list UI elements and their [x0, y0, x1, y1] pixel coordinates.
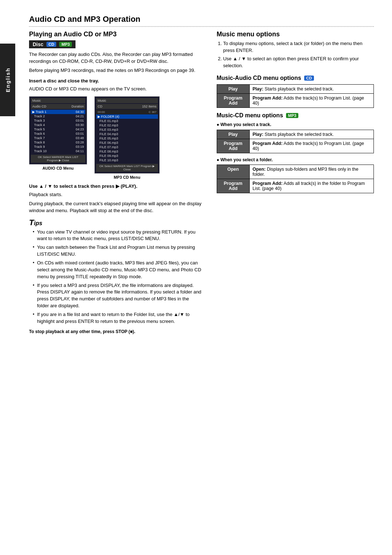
mp3-row-9: FILE 09.mp3	[96, 154, 158, 158]
tips-letter: T	[29, 218, 34, 227]
playback-note: During playback, the current track's ela…	[29, 200, 202, 214]
mp3-row-6: FILE 06.mp3	[96, 141, 158, 145]
folder-note: When you select a folder.	[217, 157, 374, 163]
mp3-folder-programadd-btn: Program Add	[217, 179, 249, 193]
tips-list: You can view TV channel or video input s…	[29, 229, 202, 325]
intro-p2: Before playing MP3 recordings, read the …	[29, 67, 202, 74]
mp3-row-10: FILE 10.mp3	[96, 158, 158, 162]
step-1: To display menu options, select a tack (…	[223, 40, 374, 54]
mp3-item-count: 152 Items	[142, 105, 156, 108]
audio-col2: Duration	[72, 105, 84, 108]
mp3-programadd-label: Program Add:	[253, 141, 283, 146]
mp3-play-text: Starts playback the selected track.	[265, 132, 334, 137]
audio-cd-label: AUDIO CD Menu	[29, 166, 87, 170]
mp3-play-btn: Play	[217, 130, 249, 139]
audio-cd-menu-title: Music-Audio CD menu options CD	[217, 75, 374, 81]
audio-row-2: Track 204:21	[31, 114, 85, 118]
audio-programadd-label: Program Add:	[253, 96, 283, 101]
audio-row-10: Track 1004:11	[31, 149, 85, 153]
mp3-folder-options-table: Open Open: Displays sub-folders and MP3 …	[217, 165, 374, 193]
audio-cd-screenshot-wrapper: Music Audio CD Duration ▶ Track 104:30 T…	[29, 96, 87, 179]
step-2: Use ▲ / ▼ to select an option then press…	[223, 56, 374, 69]
mp3-menu-badge: MP3	[286, 113, 299, 118]
audio-option-play-row: Play Play: Starts playback the selected …	[217, 85, 373, 94]
mp3-programadd-row: Program Add Program Add: Adds the track(…	[217, 139, 373, 153]
mp3-menu-title: Music-CD menu options MP3	[217, 112, 374, 119]
right-column: Music menu options To display menu optio…	[217, 31, 374, 337]
music-menu-section: Music menu options To display menu optio…	[217, 31, 374, 69]
stop-note: To stop playback at any other time, pres…	[29, 329, 202, 335]
mp3-menu-label: Music-CD menu options	[217, 112, 283, 119]
mp3-badge: MP3	[59, 42, 72, 47]
english-label: English	[5, 68, 11, 92]
audio-row-4: Track 403:30	[31, 123, 85, 127]
mp3-cd-screenshot-wrapper: Music CD 152 Items 00:00 C 367 ▶ FOLD	[94, 96, 160, 179]
audio-programadd-desc: Program Add: Adds the track(s) to Progra…	[249, 94, 373, 108]
mp3-open-desc: Open: Displays sub-folders and MP3 files…	[249, 165, 373, 179]
mp3-play-label: Play:	[253, 132, 264, 137]
mp3-programadd-btn: Program Add	[217, 139, 249, 153]
mp3-play-row: Play Play: Starts playback the selected …	[217, 130, 373, 139]
insert-heading: Insert a disc and close the tray.	[29, 78, 202, 85]
audio-option-programadd-row: Program Add Program Add: Adds the track(…	[217, 94, 373, 108]
mp3-cd-screenshot: Music CD 152 Items 00:00 C 367 ▶ FOLD	[94, 96, 160, 174]
audio-header-left: Music	[32, 99, 41, 102]
music-menu-steps: To display menu options, select a tack (…	[217, 40, 374, 69]
screenshot-subheader-mp3: CD 152 Items	[96, 104, 158, 109]
mp3-folder-programadd-label: Program Add:	[253, 181, 283, 186]
mp3-programadd-desc: Program Add: Adds the track(s) to Progra…	[249, 139, 373, 153]
audio-row-5: Track 504:23	[31, 127, 85, 131]
audio-cd-screenshot: Music Audio CD Duration ▶ Track 104:30 T…	[29, 96, 87, 165]
screenshot-header-audio: Music	[31, 98, 85, 103]
mp3-track-options-table: Play Play: Starts playback the selected …	[217, 130, 374, 153]
mp3-header-left: Music	[98, 99, 106, 102]
audio-row-3: Track 303:01	[31, 118, 85, 123]
tip-1: You can view TV channel or video input s…	[33, 229, 202, 243]
audio-play-desc: Play: Starts playback the selected track…	[249, 85, 373, 94]
insert-text: AUDIO CD or MP3 CD menu appears on the T…	[29, 86, 202, 93]
mp3-sub-left: CD	[98, 105, 102, 108]
mp3-open-row: Open Open: Displays sub-folders and MP3 …	[217, 165, 373, 179]
music-menu-title: Music menu options	[217, 31, 374, 38]
disc-label: Disc	[33, 41, 44, 47]
audio-cd-menu-badge: CD	[304, 76, 314, 81]
page: English Audio CD and MP3 Operation Playi…	[0, 0, 392, 555]
audio-row-9: Track 903:19	[31, 145, 85, 149]
two-column-layout: Playing an Audio CD or MP3 Disc CD MP3 T…	[29, 31, 374, 337]
intro-p1: The Recorder can play audio CDs. Also, t…	[29, 51, 202, 65]
dotted-divider	[29, 26, 374, 27]
mp3-open-label: Open:	[253, 167, 266, 172]
screenshots-area: Music Audio CD Duration ▶ Track 104:30 T…	[29, 96, 202, 179]
tip-4: If you select a MP3 and press DISPLAY, t…	[33, 282, 202, 309]
audio-row-6: Track 603:01	[31, 131, 85, 136]
disc-bar: Disc CD MP3	[29, 40, 75, 48]
screenshot-subheader-audio: Audio CD Duration	[31, 104, 85, 109]
audio-programadd-btn: Program Add	[217, 94, 249, 108]
main-title: Audio CD and MP3 Operation	[29, 15, 374, 24]
mp3-row-5: FILE 05.mp3	[96, 136, 158, 141]
tips-word: ips	[34, 220, 42, 226]
tip-5: If you are in a file list and want to re…	[33, 311, 202, 325]
mp3-footer: OK Select MARKER Mark LIST Program ▶ Clo…	[96, 164, 158, 172]
tip-2: You can switch between the Track List an…	[33, 244, 202, 258]
audio-footer: OK Select MARKER Mark LIST Program ▶ Clo…	[31, 155, 85, 163]
audio-cd-menu-label: Music-Audio CD menu options	[217, 75, 301, 81]
mp3-time-row: 00:00 C 367	[96, 110, 158, 114]
mp3-play-desc: Play: Starts playback the selected track…	[249, 130, 373, 139]
tips-box: Tips You can view TV channel or video in…	[29, 218, 202, 325]
cd-badge: CD	[46, 42, 57, 47]
tips-title: Tips	[29, 218, 202, 227]
audio-sub-left: Audio CD	[32, 105, 46, 108]
mp3-folder-programadd-row: Program Add Program Add: Adds all track(…	[217, 179, 373, 193]
audio-row-8: Track 803:28	[31, 140, 85, 145]
audio-cd-options-table: Play Play: Starts playback the selected …	[217, 84, 374, 108]
mp3-row-8: FILE 08.mp3	[96, 149, 158, 154]
mp3-open-text: Displays sub-folders and MP3 files only …	[253, 167, 359, 177]
mp3-row-folder: ▶ FOLDER (4)	[96, 114, 158, 119]
audio-row-1: ▶ Track 104:30	[31, 110, 85, 114]
mp3-row-4: FILE 04.mp3	[96, 132, 158, 136]
audio-play-text: Starts playback the selected track.	[265, 86, 334, 92]
mp3-folder-programadd-desc: Program Add: Adds all track(s) in the fo…	[249, 179, 373, 193]
screenshot-header-mp3: Music	[96, 98, 158, 103]
track-note: When you select a track.	[217, 122, 374, 128]
